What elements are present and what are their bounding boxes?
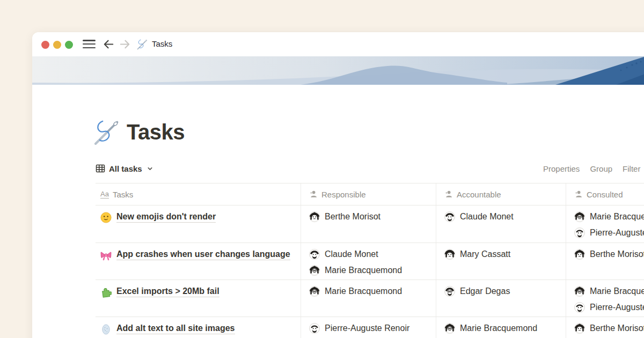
- sidebar-menu-icon[interactable]: [83, 40, 96, 49]
- consulted-cell[interactable]: Marie BracquemondPierre-Auguste Renoir: [566, 205, 644, 243]
- titlebar: Tasks: [32, 32, 644, 56]
- person-name: Marie Bracquemond: [590, 212, 644, 222]
- person-chip: Pierre-Auguste Renoir: [574, 299, 644, 315]
- avatar-claude-monet: [444, 211, 455, 222]
- forward-arrow-icon[interactable]: [119, 38, 131, 50]
- person-chip: Berthe Morisot: [574, 246, 644, 262]
- avatar-berthe-morisot: [309, 211, 320, 222]
- person-name: Berthe Morisot: [590, 249, 644, 259]
- person-name: Pierre-Auguste Renoir: [590, 228, 644, 238]
- view-selector-label: All tasks: [109, 164, 142, 173]
- column-header-accountable[interactable]: Accountable: [436, 183, 566, 205]
- consulted-cell[interactable]: Berthe Morisot: [566, 317, 644, 338]
- avatar-marie-bracquemond: [574, 286, 585, 297]
- table-row: Excel imports > 20Mb fail Marie Bracquem…: [96, 280, 644, 317]
- avatar-claude-monet: [309, 249, 320, 260]
- avatar-berthe-morisot: [574, 249, 585, 260]
- task-title-cell[interactable]: Excel imports > 20Mb fail: [96, 280, 301, 317]
- table-row: Add alt text to all site imagesPierre-Au…: [96, 317, 644, 338]
- person-icon: [309, 190, 318, 199]
- task-title-cell[interactable]: App crashes when user changes language: [96, 243, 301, 280]
- accountable-cell[interactable]: Edgar Degas: [436, 280, 566, 317]
- consulted-cell[interactable]: Marie BracquemondPierre-Auguste Renoir: [566, 280, 644, 317]
- traffic-light-close-button[interactable]: [41, 41, 49, 49]
- responsible-cell[interactable]: Berthe Morisot: [301, 205, 436, 243]
- accountable-cell[interactable]: Marie Bracquemond: [436, 317, 566, 338]
- person-name: Claude Monet: [460, 212, 514, 222]
- person-name: Pierre-Auguste Renoir: [325, 324, 409, 333]
- toolbar-action-group[interactable]: Group: [590, 164, 612, 173]
- task-page-link[interactable]: Excel imports > 20Mb fail: [116, 286, 219, 297]
- view-selector[interactable]: All tasks: [96, 164, 153, 173]
- column-header-label: Responsible: [321, 190, 366, 199]
- column-header-consulted[interactable]: Consulted: [566, 183, 644, 205]
- table-body: New emojis don't renderBerthe MorisotCla…: [96, 205, 644, 338]
- toolbar-action-filter[interactable]: Filter: [623, 164, 640, 173]
- puzzle-emoji: [100, 286, 112, 298]
- person-name: Pierre-Auguste Renoir: [590, 303, 644, 312]
- person-chip: Berthe Morisot: [574, 320, 644, 336]
- person-chip: Mary Cassatt: [444, 246, 562, 262]
- person-name: Marie Bracquemond: [460, 324, 537, 333]
- task-page-link[interactable]: New emojis don't render: [116, 212, 216, 223]
- person-chip: Marie Bracquemond: [444, 320, 562, 336]
- page-icon-needle[interactable]: [92, 117, 122, 147]
- chevron-down-icon: [147, 166, 153, 172]
- person-chip: Marie Bracquemond: [309, 262, 433, 278]
- person-name: Edgar Degas: [460, 286, 510, 296]
- egg-emoji: [100, 324, 112, 335]
- person-chip: Claude Monet: [309, 246, 433, 262]
- table-row: App crashes when user changes languageCl…: [96, 243, 644, 280]
- accountable-cell[interactable]: Claude Monet: [436, 205, 566, 243]
- person-icon: [444, 190, 453, 199]
- column-header-label: Tasks: [113, 190, 133, 199]
- avatar-marie-bracquemond: [309, 286, 320, 297]
- avatar-marie-bracquemond: [309, 265, 320, 276]
- view-toolbar: All tasks PropertiesGroupFilter: [96, 159, 644, 178]
- person-name: Marie Bracquemond: [590, 286, 644, 296]
- responsible-cell[interactable]: Claude Monet Marie Bracquemond: [301, 243, 436, 280]
- person-name: Mary Cassatt: [460, 249, 510, 259]
- mountain-cover-art: [32, 56, 644, 85]
- task-title-cell[interactable]: New emojis don't render: [96, 205, 301, 243]
- screenshot-stage: Tasks: [0, 0, 644, 338]
- breadcrumb-needle-icon: [136, 38, 149, 50]
- person-icon: [574, 190, 583, 199]
- responsible-cell[interactable]: Pierre-Auguste Renoir: [301, 317, 436, 338]
- avatar-edgar-degas: [444, 286, 455, 297]
- consulted-cell[interactable]: Berthe Morisot: [566, 243, 644, 280]
- table-row: New emojis don't renderBerthe MorisotCla…: [96, 205, 644, 243]
- avatar-mary-cassatt: [444, 249, 455, 260]
- person-chip: Marie Bracquemond: [574, 283, 644, 299]
- melting-face-emoji: [100, 212, 112, 223]
- task-page-link[interactable]: Add alt text to all site images: [116, 324, 235, 334]
- page-header: Tasks: [92, 117, 185, 147]
- app-window: Tasks: [32, 32, 644, 338]
- avatar-pierre-auguste-renoir: [309, 323, 320, 334]
- person-chip: Pierre-Auguste Renoir: [309, 320, 433, 336]
- task-title-cell[interactable]: Add alt text to all site images: [96, 317, 301, 338]
- breadcrumb-page-title[interactable]: Tasks: [152, 39, 172, 48]
- avatar-marie-bracquemond: [444, 323, 455, 334]
- traffic-light-zoom-button[interactable]: [65, 41, 73, 49]
- toolbar-action-properties[interactable]: Properties: [543, 164, 580, 173]
- avatar-marie-bracquemond: [574, 211, 585, 222]
- column-header-label: Accountable: [457, 190, 501, 199]
- traffic-light-minimize-button[interactable]: [53, 41, 61, 49]
- avatar-berthe-morisot: [574, 323, 585, 334]
- person-name: Marie Bracquemond: [325, 286, 402, 296]
- avatar-pierre-auguste-renoir: [574, 302, 585, 313]
- view-actions: PropertiesGroupFilter: [543, 159, 640, 178]
- back-arrow-icon[interactable]: [103, 38, 115, 50]
- page-title: Tasks: [127, 120, 185, 144]
- accountable-cell[interactable]: Mary Cassatt: [436, 243, 566, 280]
- task-page-link[interactable]: App crashes when user changes language: [116, 249, 290, 260]
- column-header-responsible[interactable]: Responsible: [301, 183, 436, 205]
- responsible-cell[interactable]: Marie Bracquemond: [301, 280, 436, 317]
- person-chip: Pierre-Auguste Renoir: [574, 225, 644, 241]
- page-cover-image[interactable]: [32, 56, 644, 85]
- table-header-row: AaTasks Responsible Accountable Consulte…: [96, 183, 644, 205]
- person-name: Claude Monet: [325, 249, 378, 259]
- bow-emoji: [100, 249, 112, 261]
- column-header-tasks[interactable]: AaTasks: [96, 183, 301, 205]
